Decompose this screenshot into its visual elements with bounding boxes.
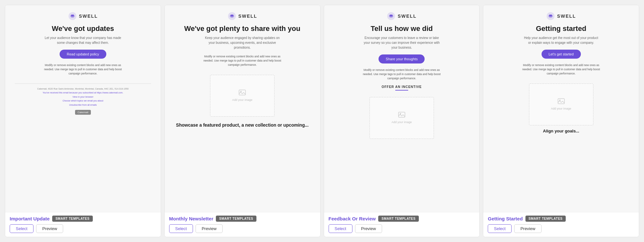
email-body-text: Modify or remove existing content blocks… — [41, 63, 125, 75]
email-header: SWELL — [68, 12, 98, 21]
email-title: Getting started — [536, 24, 586, 33]
swell-logo: SWELL — [227, 12, 257, 21]
image-placeholder: Add your image — [529, 83, 593, 125]
image-placeholder: Add your image — [210, 75, 274, 117]
email-subtitle: Help your audience get the most out of y… — [523, 35, 600, 45]
template-actions: Select Preview — [488, 224, 634, 233]
image-placeholder: Add your image — [370, 97, 434, 139]
smart-templates-badge: SMART TEMPLATES — [525, 216, 566, 222]
template-name-row: Monthly Newsletter SMART TEMPLATES — [169, 216, 316, 222]
template-name-row: Feedback Or Review SMART TEMPLATES — [329, 216, 475, 222]
footer-link[interactable]: View in your browser — [72, 96, 93, 98]
template-name-row: Getting Started SMART TEMPLATES — [488, 216, 634, 222]
email-subtitle: Encourage your customers to leave a revi… — [363, 35, 440, 50]
email-footer: Cakemail, 4020 Rue Saint-Ambroise, Montr… — [37, 87, 129, 107]
image-icon — [239, 90, 246, 97]
email-divider — [15, 83, 151, 84]
swell-logo: SWELL — [546, 12, 576, 21]
logo-text: SWELL — [398, 14, 417, 19]
swell-logo: SWELL — [387, 12, 417, 21]
select-button[interactable]: Select — [329, 224, 352, 233]
email-subtitle: Let your audience know that your company… — [44, 35, 121, 45]
template-actions: Select Preview — [10, 224, 156, 233]
template-card-getting-started: SWELL Getting startedHelp your audience … — [483, 5, 639, 237]
select-button[interactable]: Select — [488, 224, 512, 233]
email-mockup: SWELL We've got plenty to share with you… — [165, 5, 320, 212]
email-mockup: SWELL Getting startedHelp your audience … — [483, 5, 639, 212]
template-name: Getting Started — [488, 216, 523, 221]
template-name-row: Important Update SMART TEMPLATES — [10, 216, 156, 222]
template-name: Monthly Newsletter — [169, 216, 214, 221]
bottom-text: Showcase a featured product, a new colle… — [176, 122, 309, 128]
template-footer: Getting Started SMART TEMPLATES Select P… — [483, 212, 639, 237]
smart-templates-badge: SMART TEMPLATES — [216, 216, 256, 222]
footer-link[interactable]: Unsubscribe from all emails — [69, 104, 97, 106]
template-actions: Select Preview — [169, 224, 316, 233]
image-placeholder-label: Add your image — [391, 121, 412, 124]
email-mockup: SWELL We've got updatesLet your audience… — [5, 5, 161, 212]
preview-button[interactable]: Preview — [196, 224, 223, 233]
image-placeholder-label: Add your image — [232, 98, 253, 102]
template-name: Important Update — [10, 216, 50, 221]
image-icon — [558, 98, 565, 106]
image-icon — [398, 112, 405, 119]
select-button[interactable]: Select — [169, 224, 193, 233]
template-preview: SWELL Getting startedHelp your audience … — [483, 5, 639, 212]
cta-button[interactable]: Share your thoughts — [379, 54, 425, 63]
align-goals-text: Align your goals... — [543, 129, 579, 133]
email-header: SWELL — [546, 12, 576, 21]
cakemail-badge: Cakemail — [75, 110, 91, 115]
template-footer: Feedback Or Review SMART TEMPLATES Selec… — [324, 212, 480, 237]
preview-button[interactable]: Preview — [355, 224, 382, 233]
footer-link[interactable]: Choose which topics we email you about — [62, 100, 103, 102]
logo-text: SWELL — [557, 14, 576, 19]
footer-link[interactable]: You've received this email because you s… — [43, 92, 123, 94]
email-title: We've got plenty to share with you — [184, 24, 301, 33]
email-body-text: Modify or remove existing content blocks… — [360, 68, 444, 80]
template-name: Feedback Or Review — [329, 216, 376, 221]
offer-underline — [395, 90, 408, 91]
logo-text: SWELL — [79, 14, 98, 19]
image-placeholder-label: Add your image — [551, 107, 571, 110]
template-card-feedback-or-review: SWELL Tell us how we didEncourage your c… — [324, 5, 480, 237]
email-subtitle: Keep your audience engaged by sharing up… — [204, 35, 281, 50]
template-preview: SWELL Tell us how we didEncourage your c… — [324, 5, 480, 212]
template-footer: Important Update SMART TEMPLATES Select … — [5, 212, 161, 237]
template-preview: SWELL We've got updatesLet your audience… — [5, 5, 161, 212]
page-container: SWELL We've got updatesLet your audience… — [0, 0, 644, 242]
email-mockup: SWELL Tell us how we didEncourage your c… — [324, 5, 480, 212]
preview-button[interactable]: Preview — [514, 224, 541, 233]
email-header: SWELL — [387, 12, 417, 21]
email-body-text: Modify or remove existing content blocks… — [519, 63, 603, 75]
preview-button[interactable]: Preview — [36, 224, 63, 233]
email-title: We've got updates — [52, 24, 114, 33]
template-card-important-update: SWELL We've got updatesLet your audience… — [5, 5, 161, 237]
email-title: Tell us how we did — [371, 24, 433, 33]
select-button[interactable]: Select — [10, 224, 34, 233]
cta-button[interactable]: Let's get started — [542, 50, 581, 59]
swell-logo: SWELL — [68, 12, 98, 21]
offer-label: OFFER AN INCENTIVE — [381, 85, 422, 89]
email-body-text: Modify or remove existing content blocks… — [200, 54, 284, 67]
cta-button[interactable]: Read updated policy — [60, 50, 106, 59]
template-preview: SWELL We've got plenty to share with you… — [165, 5, 320, 212]
email-header: SWELL — [227, 12, 257, 21]
template-actions: Select Preview — [329, 224, 475, 233]
logo-text: SWELL — [238, 14, 257, 19]
template-footer: Monthly Newsletter SMART TEMPLATES Selec… — [165, 212, 320, 237]
template-card-monthly-newsletter: SWELL We've got plenty to share with you… — [164, 5, 321, 237]
smart-templates-badge: SMART TEMPLATES — [378, 216, 419, 222]
smart-templates-badge: SMART TEMPLATES — [52, 216, 93, 222]
